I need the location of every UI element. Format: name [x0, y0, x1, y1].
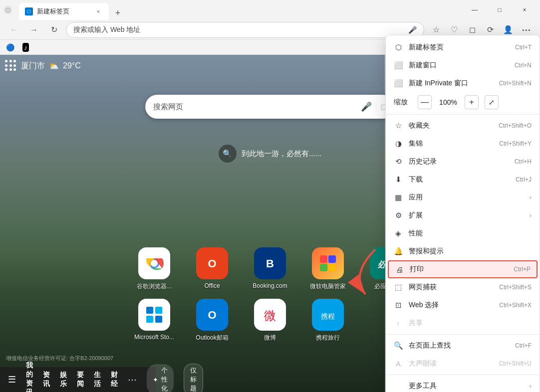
- favorites-menu-icon: ☆: [394, 121, 403, 130]
- store-icon-img: [138, 299, 170, 331]
- hamburger-icon[interactable]: ☰: [8, 374, 16, 385]
- favorites-item-douyin[interactable]: ♪: [22, 43, 31, 52]
- nav-entertainment[interactable]: 娱乐: [60, 371, 67, 389]
- menu-item-performance[interactable]: ◈ 性能: [386, 224, 540, 242]
- menu-label-print: 打印: [410, 265, 508, 274]
- collections-menu-icon: ◑: [394, 139, 403, 148]
- app-weibo[interactable]: 微 微博: [245, 299, 295, 342]
- zoom-fullscreen-button[interactable]: ⤢: [485, 95, 499, 109]
- weibo-icon-img: 微: [254, 299, 286, 331]
- zoom-value-display: 100%: [436, 98, 461, 106]
- menu-item-new-tab[interactable]: ⬡ 新建标签页 Ctrl+T: [386, 38, 540, 56]
- topic-button[interactable]: 仅标题: [184, 364, 203, 392]
- weibo-label: 微博: [264, 334, 276, 342]
- trip-icon-img: 携程: [312, 299, 344, 331]
- refresh-button[interactable]: ↻: [46, 22, 62, 38]
- svg-rect-11: [328, 264, 336, 271]
- zoom-minus-button[interactable]: —: [418, 95, 432, 109]
- tab-close-button[interactable]: ×: [94, 7, 103, 16]
- menu-shortcut-history: Ctrl+H: [515, 158, 532, 165]
- menu-label-performance: 性能: [409, 229, 532, 238]
- svg-rect-17: [146, 316, 153, 323]
- performance-menu-icon: ◈: [394, 229, 403, 238]
- menu-item-downloads[interactable]: ⬇ 下载 Ctrl+J: [386, 171, 540, 189]
- menu-item-extensions[interactable]: ⚙ 扩展 ›: [386, 206, 540, 224]
- find-menu-icon: 🔍: [394, 341, 403, 350]
- app-booking[interactable]: B Booking.com: [245, 247, 295, 291]
- menu-label-screenshot: 网页捕获: [409, 283, 493, 292]
- app-chrome[interactable]: 谷歌浏览器...: [129, 247, 179, 291]
- menu-label-more-tools: 更多工具: [409, 382, 524, 391]
- maximize-button[interactable]: □: [488, 2, 511, 18]
- app-defender[interactable]: 微软电脑管家: [303, 247, 353, 291]
- active-tab[interactable]: ⬡ 新建标签页 ×: [19, 3, 109, 20]
- menu-item-screenshot[interactable]: ⬚ 网页捕获 Ctrl+Shift+S: [386, 278, 540, 296]
- nav-mynews[interactable]: 我的资讯: [26, 361, 33, 392]
- explore-icon: 🔍: [219, 145, 237, 163]
- menu-label-downloads: 下载: [409, 175, 510, 184]
- explore-text-area: 🔍 到此地一游，必然有......: [219, 145, 321, 163]
- zoom-plus-button[interactable]: +: [465, 95, 479, 109]
- location-text: 厦门市: [21, 61, 45, 71]
- nav-life[interactable]: 生活: [94, 371, 101, 389]
- grid-icon[interactable]: [5, 60, 17, 72]
- search-box[interactable]: 搜索网页 🎤 ⊡: [145, 95, 395, 119]
- alerts-menu-icon: 🔔: [394, 247, 403, 256]
- app-office[interactable]: O Office: [187, 247, 237, 291]
- menu-item-alerts[interactable]: 🔔 警报和提示: [386, 242, 540, 260]
- tab-favicon: ⬡: [25, 7, 33, 15]
- back-button[interactable]: ←: [6, 22, 22, 38]
- nav-more-dots[interactable]: ⋯: [128, 374, 137, 385]
- chrome-icon-img: [138, 247, 170, 279]
- url-text: 搜索或输入 Web 地址: [73, 25, 404, 34]
- new-tab-button[interactable]: +: [111, 6, 125, 20]
- menu-divider-2: [386, 334, 540, 335]
- menu-divider-3: [386, 375, 540, 375]
- menu-item-find[interactable]: 🔍 在页面上查找 Ctrl+F: [386, 337, 540, 355]
- search-area: 搜索网页 🎤 ⊡: [145, 95, 395, 119]
- svg-rect-9: [328, 255, 336, 263]
- nav-headlines[interactable]: 要闻: [77, 371, 84, 389]
- menu-item-read-aloud: A 大声朗读 Ctrl+Shift+U: [386, 355, 540, 373]
- menu-item-collections[interactable]: ◑ 集锦 Ctrl+Shift+Y: [386, 135, 540, 153]
- menu-item-inprivate[interactable]: ⬜ 新建 InPrivate 窗口 Ctrl+Shift+N: [386, 74, 540, 92]
- back-button-small: ⬡: [5, 7, 10, 13]
- store-label: Microsoft Sto...: [134, 334, 174, 341]
- forward-button[interactable]: →: [26, 22, 42, 38]
- app-trip[interactable]: 携程 携程旅行: [303, 299, 353, 342]
- minimize-button[interactable]: —: [463, 2, 486, 18]
- menu-shortcut-find: Ctrl+F: [515, 342, 532, 349]
- personalize-button[interactable]: ✦ 个性化: [147, 364, 174, 392]
- menu-item-history[interactable]: ⟲ 历史记录 Ctrl+H: [386, 153, 540, 171]
- menu-item-new-window[interactable]: ⬜ 新建窗口 Ctrl+N: [386, 56, 540, 74]
- apps-menu-arrow: ›: [530, 194, 532, 201]
- menu-item-web-select[interactable]: ⊡ Web 选择 Ctrl+Shift+X: [386, 296, 540, 314]
- menu-item-favorites[interactable]: ☆ 收藏夹 Ctrl+Shift+O: [386, 117, 540, 135]
- menu-label-new-window: 新建窗口: [409, 61, 509, 70]
- douyin-icon: ♪: [22, 43, 29, 52]
- svg-text:O: O: [208, 257, 216, 270]
- svg-text:B: B: [266, 257, 274, 270]
- favorites-item-baidu[interactable]: 🔵: [6, 43, 16, 51]
- share-menu-icon: ↑: [394, 319, 403, 328]
- menu-item-more-tools[interactable]: 更多工具 ›: [386, 377, 540, 392]
- svg-text:微: 微: [264, 309, 276, 322]
- menu-shortcut-screenshot: Ctrl+Shift+S: [499, 284, 532, 291]
- menu-shortcut-new-tab: Ctrl+T: [515, 44, 532, 51]
- menu-item-print[interactable]: 🖨 打印 Ctrl+P: [388, 260, 538, 278]
- office-icon-img: O: [196, 247, 228, 279]
- app-store[interactable]: Microsoft Sto...: [129, 299, 179, 342]
- nav-news[interactable]: 资讯: [43, 371, 50, 389]
- apps-grid: 谷歌浏览器... O Office B Booking.com: [129, 247, 411, 342]
- extensions-menu-icon: ⚙: [394, 211, 403, 220]
- url-bar[interactable]: 搜索或输入 Web 地址 🎤: [66, 22, 424, 38]
- svg-rect-18: [155, 316, 162, 323]
- defender-label: 微软电脑管家: [310, 282, 346, 291]
- menu-item-apps[interactable]: ▦ 应用 ›: [386, 189, 540, 206]
- menu-label-alerts: 警报和提示: [409, 247, 532, 256]
- app-outlook[interactable]: O Outlook邮箱: [187, 299, 237, 342]
- tab-title: 新建标签页: [37, 7, 90, 16]
- nav-finance[interactable]: 财经: [111, 371, 118, 389]
- close-button[interactable]: ×: [513, 2, 536, 18]
- menu-divider-1: [386, 114, 540, 115]
